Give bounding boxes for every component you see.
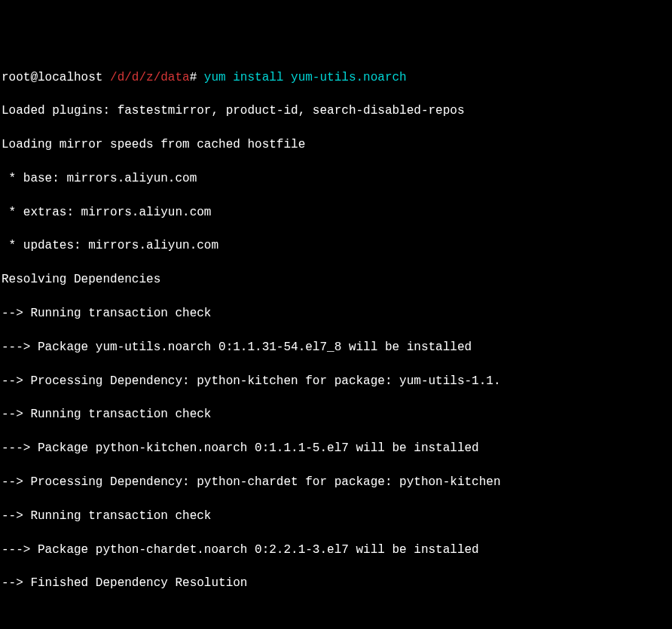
output-mirror-base: * base: mirrors.aliyun.com: [2, 170, 670, 187]
output-mirror-updates: * updates: mirrors.aliyun.com: [2, 237, 670, 254]
output-loaded-plugins: Loaded plugins: fastestmirror, product-i…: [2, 102, 670, 119]
output-loading-mirror: Loading mirror speeds from cached hostfi…: [2, 136, 670, 153]
output-mirror-extras: * extras: mirrors.aliyun.com: [2, 204, 670, 221]
output-dep2: --> Processing Dependency: python-charde…: [2, 474, 670, 490]
blank-line: [2, 609, 670, 625]
output-resolving: Resolving Dependencies: [2, 271, 670, 288]
output-pkg2: ---> Package python-kitchen.noarch 0:1.1…: [2, 440, 670, 456]
output-check3: --> Running transaction check: [2, 508, 670, 524]
prompt-line[interactable]: root@localhost /d/d/z/data# yum install …: [2, 69, 670, 86]
command-yum: yum: [204, 71, 233, 84]
output-pkg3: ---> Package python-chardet.noarch 0:2.2…: [2, 542, 670, 558]
command-package: yum-utils.noarch: [291, 71, 407, 84]
output-check2: --> Running transaction check: [2, 406, 670, 423]
prompt-user-host: root@localhost: [2, 71, 102, 84]
prompt-hash: #: [190, 71, 204, 84]
output-dep1: --> Processing Dependency: python-kitche…: [2, 373, 670, 389]
output-finished: --> Finished Dependency Resolution: [2, 575, 670, 591]
output-check1: --> Running transaction check: [2, 305, 670, 322]
output-pkg1: ---> Package yum-utils.noarch 0:1.1.31-5…: [2, 339, 670, 356]
prompt-path: /d/d/z/data: [102, 71, 189, 84]
command-action: install: [233, 71, 291, 84]
